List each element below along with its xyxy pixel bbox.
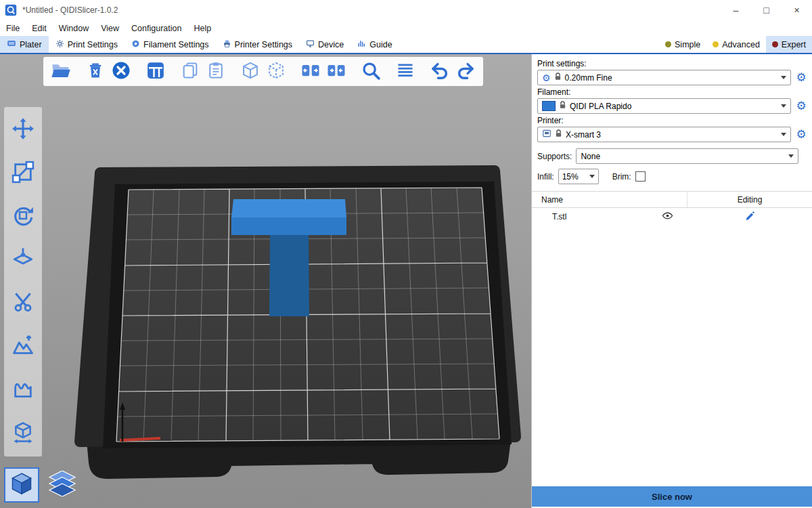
measure-icon [12,421,35,446]
tab-bar: Plater Print Settings Filament Settings … [0,36,812,54]
printer-label: Printer: [537,116,808,125]
print-settings-icon [55,39,64,50]
infill-label: Infill: [537,172,554,182]
open-folder-icon [51,60,71,83]
infill-combo[interactable]: 15% [558,169,599,184]
undo-button[interactable] [427,59,453,85]
print-settings-gear-button[interactable]: ⚙ [794,70,808,85]
printer-combo[interactable]: X-smart 3 [537,127,791,142]
tab-filament-settings[interactable]: Filament Settings [125,36,216,53]
tab-device[interactable]: Device [299,36,351,53]
lock-icon [554,72,562,83]
chevron-down-icon [781,133,786,136]
menu-window[interactable]: Window [53,24,95,33]
delete-icon [86,61,105,83]
slice-now-button[interactable]: Slice now [532,486,812,507]
redo-button[interactable] [453,59,478,85]
close-button[interactable]: × [782,0,812,20]
eye-icon [662,210,673,224]
paste-button[interactable] [203,59,229,85]
device-icon [306,39,315,50]
menu-view[interactable]: View [95,24,125,33]
printer-gear-button[interactable]: ⚙ [794,127,808,142]
fuzzy-skin-button[interactable] [8,375,38,405]
measure-button[interactable] [8,419,38,448]
fuzzy-skin-icon [12,377,35,403]
chevron-down-icon [781,76,786,79]
editor-3d-view-icon [9,471,34,499]
editor-3d-view-button[interactable] [4,467,39,503]
mode-expert[interactable]: Expert [766,36,812,53]
supports-combo[interactable]: None [576,148,798,164]
object-list-header: Name Editing [532,192,812,208]
open-file-button[interactable] [48,59,74,85]
cut-icon [12,291,35,316]
column-editing: Editing [687,192,812,207]
delete-button[interactable] [83,59,108,85]
menu-configuration[interactable]: Configuration [125,24,187,33]
split-objects-button[interactable] [298,59,323,85]
editing-button[interactable] [687,211,812,224]
add-instance-button[interactable] [238,59,263,85]
filament-value: QIDI PLA Rapido [570,102,631,111]
tab-plater[interactable]: Plater [0,36,49,53]
paste-icon [206,61,225,83]
rotate-icon [12,204,35,230]
delete-all-button[interactable] [108,59,134,85]
maximize-button[interactable]: □ [751,0,782,20]
lock-icon [559,101,566,111]
arrange-button[interactable] [143,59,168,85]
object-row-t-stl[interactable]: T.stl [532,208,812,226]
paint-supports-button[interactable] [8,332,38,362]
place-on-face-icon [12,247,35,273]
menu-help[interactable]: Help [187,24,217,33]
filament-gear-button[interactable]: ⚙ [794,99,808,114]
menu-file[interactable]: File [0,24,26,33]
move-button[interactable] [8,115,38,145]
expert-mode-dot-icon [772,41,778,47]
undo-icon [430,60,450,83]
menu-edit[interactable]: Edit [26,24,53,33]
split-objects-icon [300,60,321,83]
editing-icon [744,211,755,224]
cut-button[interactable] [8,289,38,318]
delete-all-icon [111,60,131,83]
printer-icon [542,129,551,140]
arrange-icon [145,60,166,83]
printer-settings-icon [223,39,231,50]
scale-button[interactable] [8,158,38,188]
menu-bar: File Edit Window View Configuration Help [0,20,812,36]
3d-scene[interactable] [0,54,531,508]
variable-layer-height-button[interactable] [392,59,418,85]
tab-guide[interactable]: Guide [351,36,399,53]
copy-button[interactable] [177,59,203,85]
visibility-toggle[interactable] [647,210,687,224]
filament-combo[interactable]: QIDI PLA Rapido [537,98,791,114]
filament-color-swatch [542,101,556,111]
minimize-button[interactable]: – [721,0,751,20]
qidislicer-window: *Untitled - QIDISlicer-1.0.2 – □ × File … [0,0,812,508]
place-on-face-button[interactable] [8,245,38,275]
title-bar: *Untitled - QIDISlicer-1.0.2 – □ × [0,0,812,20]
tab-printer-settings[interactable]: Printer Settings [216,36,299,53]
search-button[interactable] [358,59,384,85]
mode-advanced[interactable]: Advanced [706,36,766,53]
plater-toolbar [43,57,483,86]
print-settings-value: 0.20mm Fine [565,73,612,83]
preview-layers-view-icon [48,471,76,499]
object-name: T.stl [532,212,647,221]
lock-icon [555,129,562,140]
preview-layers-view-button[interactable] [45,467,80,503]
brim-checkbox[interactable] [635,171,646,182]
infill-value: 15% [562,172,579,182]
rotate-button[interactable] [8,202,38,232]
print-settings-combo[interactable]: ⚙ 0.20mm Fine [537,70,791,85]
supports-label: Supports: [537,152,572,161]
remove-instance-button[interactable] [263,59,289,85]
redo-icon [455,60,476,83]
mode-simple[interactable]: Simple [659,36,706,53]
guide-icon [357,39,366,50]
3d-viewport[interactable] [0,54,531,508]
tab-print-settings[interactable]: Print Settings [49,36,125,53]
split-parts-button[interactable] [323,59,349,85]
